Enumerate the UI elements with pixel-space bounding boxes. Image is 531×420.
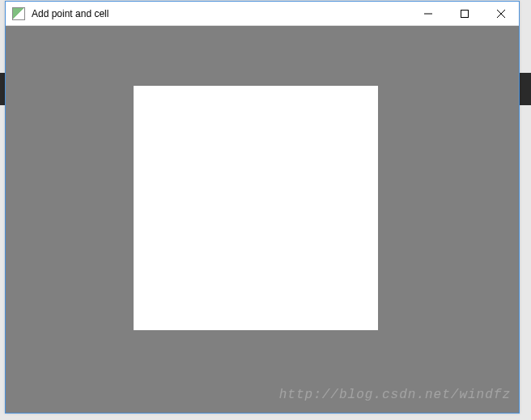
maximize-icon xyxy=(461,10,469,18)
titlebar[interactable]: Add point and cell xyxy=(6,2,519,26)
maximize-button[interactable] xyxy=(446,2,482,25)
app-icon xyxy=(12,7,25,20)
app-window: Add point and cell http://blog.csdn xyxy=(5,1,520,414)
close-icon xyxy=(497,10,505,18)
window-title: Add point and cell xyxy=(32,8,410,19)
svg-rect-1 xyxy=(461,10,468,17)
minimize-icon xyxy=(424,10,432,18)
watermark-text: http://blog.csdn.net/windfz xyxy=(279,388,511,402)
render-viewport[interactable]: http://blog.csdn.net/windfz xyxy=(6,26,519,413)
close-button[interactable] xyxy=(482,2,519,25)
rendered-quad xyxy=(134,86,378,330)
minimize-button[interactable] xyxy=(410,2,446,25)
window-controls xyxy=(410,2,519,25)
